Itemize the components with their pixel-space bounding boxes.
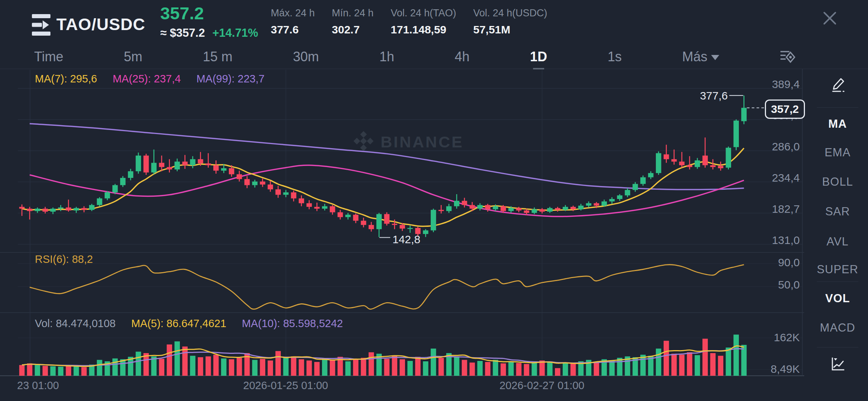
tab-1d[interactable]: 1D	[530, 45, 547, 69]
ma-legend: MA(7): 295,6 MA(25): 237,4 MA(99): 223,7	[35, 73, 264, 85]
price-axis-label: 182,7	[757, 203, 800, 215]
last-price: 357.2	[160, 3, 258, 23]
timeframe-tabs: Time 5m 15 m 30m 1h 4h 1D 1s Más	[0, 45, 868, 69]
tab-30m[interactable]: 30m	[293, 45, 319, 69]
market-selector-icon[interactable]	[32, 14, 50, 37]
tab-5m[interactable]: 5m	[124, 45, 142, 69]
stat-low24h: Mín. 24 h 302.7	[332, 7, 374, 36]
sidebar-item-vol[interactable]: VOL	[807, 292, 868, 305]
tab-1h[interactable]: 1h	[379, 45, 394, 69]
tab-1s[interactable]: 1s	[608, 45, 622, 69]
stat-vol24h-tao: Vol. 24 h(TAO) 171.148,59	[391, 7, 456, 36]
pair-title: TAO/USDC	[56, 15, 145, 34]
price-axis-label: 389,4	[757, 78, 800, 91]
price-axis-label: 286,0	[757, 140, 800, 153]
ma25-legend: MA(25): 237,4	[113, 73, 181, 85]
divider	[817, 347, 858, 348]
caret-down-icon	[711, 55, 719, 60]
watermark-text: BINANCE	[381, 133, 464, 151]
sidebar-item-super[interactable]: SUPER	[807, 263, 868, 276]
low-annotation: 142,8	[392, 233, 420, 246]
sidebar-item-boll[interactable]: BOLL	[807, 175, 868, 189]
draw-pencil-icon[interactable]	[829, 75, 846, 94]
ma7-legend: MA(7): 295,6	[35, 73, 97, 85]
divider	[817, 281, 858, 282]
vol-ma5-legend: MA(5): 86.647,4621	[131, 317, 226, 330]
tab-15m[interactable]: 15 m	[203, 45, 233, 69]
rsi-axis-label: 90,0	[757, 256, 800, 269]
vol-axis-label: 8,49K	[757, 363, 800, 375]
tab-4h[interactable]: 4h	[455, 45, 470, 69]
rsi-axis-label: 50,0	[757, 278, 800, 291]
chart-settings-icon[interactable]	[780, 45, 795, 69]
divider	[817, 107, 858, 108]
price-block: 357.2 ≈ $357.2 +14.71%	[160, 3, 258, 40]
trading-chart-screen: BINANCE TAO/USDC 357.2 ≈ $357.2 +14.71% …	[0, 0, 868, 401]
fiat-price: ≈ $357.2	[160, 26, 205, 40]
more-timeframes-button[interactable]: Más	[682, 45, 719, 69]
sidebar-item-avl[interactable]: AVL	[807, 235, 868, 248]
vol-axis-label: 162K	[757, 331, 800, 344]
sidebar-item-ma[interactable]: MA	[807, 117, 868, 131]
sidebar-item-sar[interactable]: SAR	[807, 205, 868, 218]
line-chart-icon[interactable]	[829, 356, 846, 374]
vol-value-legend: Vol: 84.474,0108	[35, 317, 116, 330]
change-percent: +14.71%	[212, 26, 258, 40]
tab-time[interactable]: Time	[34, 45, 63, 69]
sidebar-item-ema[interactable]: EMA	[807, 146, 868, 159]
sidebar-item-macd[interactable]: MACD	[807, 321, 868, 335]
last-price-badge: 357,2	[765, 100, 805, 119]
indicator-sidebar: MA EMA BOLL SAR AVL SUPER VOL MACD	[807, 69, 868, 388]
ma99-legend: MA(99): 223,7	[196, 73, 264, 85]
price-axis-label: 234,4	[757, 172, 800, 184]
x-axis-label: 23 01:00	[17, 379, 59, 392]
binance-logo-icon	[353, 131, 374, 153]
rsi-legend: RSI(6): 88,2	[35, 253, 93, 265]
binance-watermark: BINANCE	[353, 131, 464, 153]
stat-high24h: Máx. 24 h 377.6	[271, 7, 315, 36]
price-axis-label: 131,0	[757, 234, 800, 247]
close-icon[interactable]	[823, 11, 837, 27]
x-axis-label: 2026-02-27 01:00	[497, 379, 586, 392]
stats-row: Máx. 24 h 377.6 Mín. 24 h 302.7 Vol. 24 …	[271, 7, 547, 36]
stat-vol24h-usdc: Vol. 24 h(USDC) 57,51M	[473, 7, 548, 36]
x-axis-label: 2026-01-25 01:00	[241, 379, 330, 392]
high-annotation: 377,6	[699, 89, 728, 102]
volume-legend: Vol: 84.474,0108 MA(5): 86.647,4621 MA(1…	[35, 317, 343, 330]
vol-ma10-legend: MA(10): 85.598,5242	[242, 317, 343, 330]
